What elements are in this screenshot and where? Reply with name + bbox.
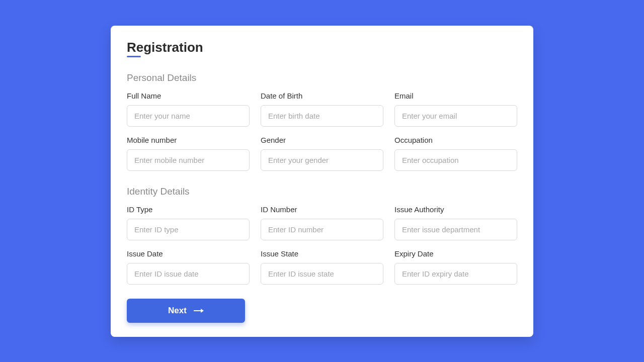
input-issue-authority[interactable] [394,219,517,240]
field-issue-authority: Issue Authority [394,205,517,240]
input-gender[interactable] [261,149,383,171]
label-id-number: ID Number [261,205,383,214]
input-full-name[interactable] [127,105,250,127]
section-title-identity: Identity Details [127,186,517,197]
label-dob: Date of Birth [261,92,383,100]
label-issue-authority: Issue Authority [394,205,517,214]
label-issue-state: Issue State [261,249,383,258]
label-issue-date: Issue Date [127,249,250,258]
input-expiry-date[interactable] [394,263,517,285]
field-email: Email [394,92,517,127]
page-title: Registration [127,40,203,57]
field-issue-state: Issue State [261,249,383,285]
input-issue-date[interactable] [127,263,250,285]
label-mobile: Mobile number [127,136,250,144]
arrow-right-icon [194,308,204,313]
next-button[interactable]: Next [127,299,245,323]
label-expiry-date: Expiry Date [394,249,517,258]
input-id-type[interactable] [127,219,250,240]
input-dob[interactable] [261,105,383,127]
label-full-name: Full Name [127,92,250,100]
field-issue-date: Issue Date [127,249,250,285]
identity-fields-grid: ID Type ID Number Issue Authority Issue … [127,205,517,285]
field-id-type: ID Type [127,205,250,240]
section-title-personal: Personal Details [127,72,517,83]
input-issue-state[interactable] [261,263,383,285]
field-id-number: ID Number [261,205,383,240]
personal-fields-grid: Full Name Date of Birth Email Mobile num… [127,92,517,171]
field-gender: Gender [261,136,383,171]
registration-card: Registration Personal Details Full Name … [111,26,533,337]
input-id-number[interactable] [261,219,383,240]
label-gender: Gender [261,136,383,144]
field-full-name: Full Name [127,92,250,127]
field-dob: Date of Birth [261,92,383,127]
label-email: Email [394,92,517,100]
next-button-label: Next [168,306,187,316]
input-occupation[interactable] [394,149,517,171]
field-expiry-date: Expiry Date [394,249,517,285]
input-mobile[interactable] [127,149,250,171]
input-email[interactable] [394,105,517,127]
svg-marker-1 [201,309,204,313]
field-occupation: Occupation [394,136,517,171]
label-occupation: Occupation [394,136,517,144]
field-mobile: Mobile number [127,136,250,171]
label-id-type: ID Type [127,205,250,214]
